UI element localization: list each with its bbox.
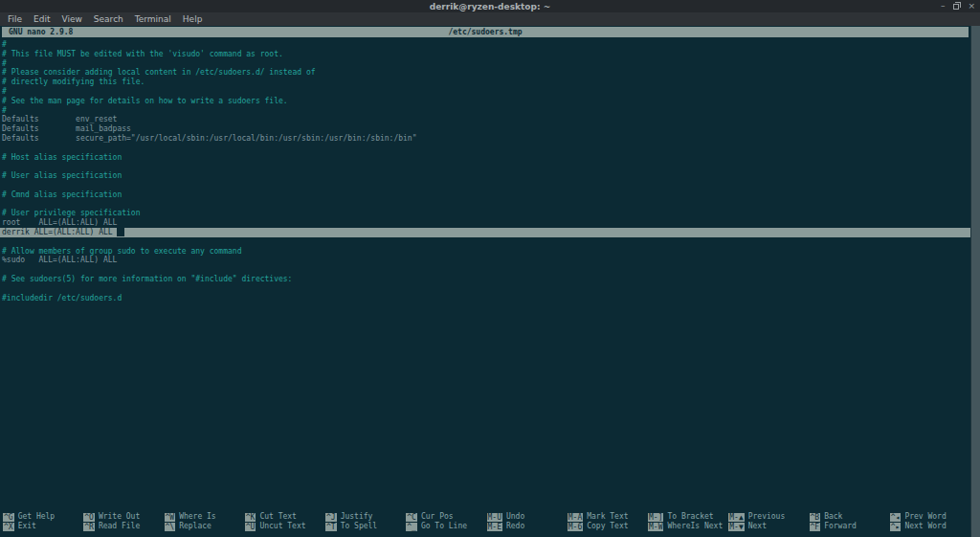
shortcut-column: M-UUndoM-ERedo xyxy=(487,512,568,531)
shortcut-column: M-]To BracketM-WWhereIs Next xyxy=(648,512,728,531)
menu-help[interactable]: Help xyxy=(177,14,209,24)
editor-line[interactable] xyxy=(0,284,970,294)
editor-buffer[interactable]: ## This file MUST be edited with the 'vi… xyxy=(0,40,970,302)
menu-terminal[interactable]: Terminal xyxy=(129,14,177,24)
shortcut-forward[interactable]: ^FForward xyxy=(810,522,890,531)
minimize-icon: – xyxy=(941,0,946,12)
shortcut-key: ^K xyxy=(245,513,256,522)
editor-line[interactable]: Defaults mail_badpass xyxy=(0,124,970,134)
editor-line[interactable] xyxy=(0,181,970,190)
shortcut-cut-text[interactable]: ^KCut Text xyxy=(245,512,325,522)
editor-line[interactable]: # Host alias specification xyxy=(0,153,970,163)
editor-line[interactable]: root ALL=(ALL:ALL) ALL xyxy=(0,218,970,228)
editor-line[interactable] xyxy=(0,144,970,153)
nano-filename: /etc/sudoers.tmp xyxy=(2,27,969,37)
window-title: derrik@ryzen-desktop: ~ xyxy=(430,2,550,11)
editor-line[interactable]: #includedir /etc/sudoers.d xyxy=(0,294,970,303)
window-titlebar[interactable]: derrik@ryzen-desktop: ~ – × xyxy=(0,0,980,12)
menu-view[interactable]: View xyxy=(56,14,88,24)
shortcut-exit[interactable]: ^XExit xyxy=(3,522,83,531)
scrollbar[interactable] xyxy=(970,26,980,537)
shortcut-key: ^J xyxy=(325,513,337,522)
menu-file[interactable]: File xyxy=(2,14,28,24)
shortcut-key: ^\ xyxy=(165,523,176,531)
shortcut-back[interactable]: ^BBack xyxy=(810,512,890,522)
shortcut-column: ^OWrite Out^RRead File xyxy=(83,512,164,531)
shortcut-column: ^◂Prev Word^▸Next Word xyxy=(890,512,970,531)
shortcut-replace[interactable]: ^\Replace xyxy=(165,522,245,531)
close-button[interactable]: × xyxy=(968,0,975,12)
editor-line[interactable]: # directly modifying this file. xyxy=(0,78,970,87)
editor-line[interactable] xyxy=(0,265,970,275)
shortcut-key: M-U xyxy=(487,513,502,522)
shortcut-undo[interactable]: M-UUndo xyxy=(487,512,568,522)
shortcut-key: ^B xyxy=(810,513,821,522)
editor-line[interactable]: # User alias specification xyxy=(0,171,970,181)
editor-line[interactable]: # Allow members of group sudo to execute… xyxy=(0,247,970,257)
shortcut-column: ^KCut Text^UUncut Text xyxy=(245,512,325,531)
editor-line[interactable]: # xyxy=(0,40,970,50)
editor-line[interactable]: # Please consider adding local content i… xyxy=(0,68,970,78)
shortcut-label: Forward xyxy=(824,522,857,531)
editor-line[interactable]: Defaults secure_path="/usr/local/sbin:/u… xyxy=(0,134,970,144)
shortcut-next-word[interactable]: ^▸Next Word xyxy=(890,522,970,531)
shortcut-to-bracket[interactable]: M-]To Bracket xyxy=(648,512,728,522)
shortcut-copy-text[interactable]: M-6Copy Text xyxy=(568,522,648,531)
editor-line[interactable]: %sudo ALL=(ALL:ALL) ALL xyxy=(0,256,970,265)
shortcut-uncut-text[interactable]: ^UUncut Text xyxy=(245,522,325,531)
shortcut-column: ^BBack^FForward xyxy=(810,512,890,531)
shortcut-label: Next Word xyxy=(904,522,946,531)
editor-line[interactable]: # User privilege specification xyxy=(0,209,970,218)
editor-line[interactable] xyxy=(0,237,970,247)
shortcut-column: ^JJustify^TTo Spell xyxy=(325,512,406,531)
shortcut-key: M-▲ xyxy=(728,513,744,522)
editor-line[interactable]: Defaults env_reset xyxy=(0,115,970,124)
shortcut-whereis-next[interactable]: M-WWhereIs Next xyxy=(648,522,728,531)
shortcut-cur-pos[interactable]: ^CCur Pos xyxy=(406,512,486,522)
menu-search[interactable]: Search xyxy=(88,14,129,24)
shortcut-key: ^O xyxy=(83,513,95,522)
shortcut-key: M-▼ xyxy=(728,523,744,531)
minimize-button[interactable]: – xyxy=(941,0,946,12)
shortcut-label: Go To Line xyxy=(421,522,467,531)
editor-line[interactable]: # xyxy=(0,106,970,116)
editor-line[interactable] xyxy=(0,162,970,171)
shortcut-where-is[interactable]: ^WWhere Is xyxy=(165,512,245,522)
terminal-content[interactable]: GNU nano 2.9.8 /etc/sudoers.tmp ## This … xyxy=(0,26,980,537)
shortcut-key: ^U xyxy=(245,523,256,531)
shortcut-label: Undo xyxy=(506,512,524,522)
shortcut-column: M-AMark TextM-6Copy Text xyxy=(568,512,648,531)
editor-line[interactable]: # xyxy=(0,59,970,69)
shortcut-read-file[interactable]: ^RRead File xyxy=(83,522,164,531)
shortcut-go-to-line[interactable]: ^_Go To Line xyxy=(406,522,486,531)
menubar: FileEditViewSearchTerminalHelp xyxy=(0,12,980,26)
shortcut-to-spell[interactable]: ^TTo Spell xyxy=(325,522,406,531)
shortcut-label: Cur Pos xyxy=(421,512,454,522)
shortcut-prev-word[interactable]: ^◂Prev Word xyxy=(890,512,970,522)
shortcut-previous[interactable]: M-▲Previous xyxy=(728,512,809,522)
editor-line[interactable]: # See the man page for details on how to… xyxy=(0,97,970,106)
shortcut-get-help[interactable]: ^GGet Help xyxy=(3,512,83,522)
shortcut-label: Read File xyxy=(99,522,140,531)
menu-edit[interactable]: Edit xyxy=(28,14,56,24)
shortcut-label: Back xyxy=(824,512,842,522)
shortcut-label: Justify xyxy=(341,512,373,522)
shortcut-redo[interactable]: M-ERedo xyxy=(487,522,568,531)
editor-line[interactable]: # See sudoers(5) for more information on… xyxy=(0,275,970,284)
shortcut-key: ^◂ xyxy=(890,513,902,522)
shortcut-key: M-W xyxy=(648,523,663,531)
restore-button[interactable] xyxy=(953,3,959,10)
editor-line[interactable] xyxy=(0,200,970,210)
shortcut-key: ^T xyxy=(325,523,337,531)
shortcut-next[interactable]: M-▼Next xyxy=(728,522,809,531)
shortcut-justify[interactable]: ^JJustify xyxy=(325,512,406,522)
shortcut-key: ^▸ xyxy=(890,523,902,531)
editor-line[interactable]: # This file MUST be edited with the 'vis… xyxy=(0,50,970,59)
shortcut-mark-text[interactable]: M-AMark Text xyxy=(568,512,648,522)
shortcut-write-out[interactable]: ^OWrite Out xyxy=(83,512,164,522)
editor-line-current[interactable]: derrik ALL=(ALL:ALL) ALL xyxy=(0,228,970,237)
editor-line[interactable]: # Cmnd alias specification xyxy=(0,190,970,200)
window-controls: – × xyxy=(941,0,975,12)
shortcut-column: ^CCur Pos^_Go To Line xyxy=(406,512,486,531)
editor-line[interactable]: # xyxy=(0,87,970,97)
